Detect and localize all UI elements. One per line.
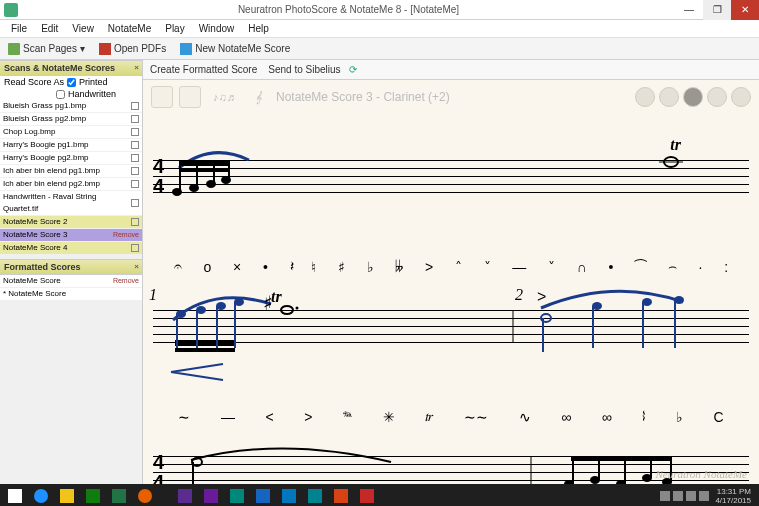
taskbar-ie[interactable] xyxy=(29,486,53,506)
taskbar-app1[interactable] xyxy=(173,486,197,506)
taskbar-app4[interactable] xyxy=(251,486,275,506)
printed-checkbox[interactable] xyxy=(67,78,76,87)
score-canvas[interactable]: ♪♫♬ 𝄞 NotateMe Score 3 - Clarinet (+2) t… xyxy=(143,80,759,484)
start-button[interactable] xyxy=(3,486,27,506)
scan-pages-button[interactable]: Scan Pages▾ xyxy=(4,42,89,56)
menu-notateme[interactable]: NotateMe xyxy=(101,23,158,34)
symbol-item[interactable]: : xyxy=(724,259,728,275)
symbol-item[interactable]: ♭ xyxy=(676,409,683,425)
file-row[interactable]: Ich aber bin elend pg1.bmp xyxy=(0,165,142,178)
new-score-button[interactable]: New NotateMe Score xyxy=(176,42,294,56)
symbol-item[interactable]: 𝄐 xyxy=(174,258,182,275)
tool-circle-4[interactable] xyxy=(707,87,727,107)
file-row[interactable]: Harry's Boogie pg1.bmp xyxy=(0,139,142,152)
tray-icon-2[interactable] xyxy=(673,491,683,501)
file-row[interactable]: NotateMe Score 2 xyxy=(0,216,142,229)
menu-file[interactable]: File xyxy=(4,23,34,34)
symbol-item[interactable]: — xyxy=(512,259,526,275)
symbol-item[interactable]: ˅ xyxy=(548,259,555,275)
symbol-item[interactable]: ⌢ xyxy=(668,258,677,275)
symbol-item[interactable]: • xyxy=(263,259,268,275)
symbol-item[interactable]: > xyxy=(425,259,433,275)
menu-window[interactable]: Window xyxy=(192,23,242,34)
symbol-item[interactable]: ⁀ xyxy=(635,259,646,275)
undo-button[interactable] xyxy=(151,86,173,108)
file-row[interactable]: Ich aber bin elend pg2.bmp xyxy=(0,178,142,191)
panel2-close-icon[interactable]: × xyxy=(134,262,139,271)
symbol-item[interactable]: 𝄫 xyxy=(395,258,403,275)
symbol-item[interactable]: < xyxy=(266,409,274,425)
symbol-item[interactable]: o xyxy=(204,259,212,275)
menu-help[interactable]: Help xyxy=(241,23,276,34)
tool-circle-2[interactable] xyxy=(659,87,679,107)
open-pdfs-button[interactable]: Open PDFs xyxy=(95,42,170,56)
symbol-item[interactable]: ∼∼ xyxy=(464,409,488,425)
redo-button[interactable] xyxy=(179,86,201,108)
symbol-item[interactable]: ♯ xyxy=(338,259,345,275)
tool-circle-5[interactable] xyxy=(731,87,751,107)
file-row[interactable]: Handwritten - Raval String Quartet.tif xyxy=(0,191,142,216)
file-row[interactable]: Chop Log.bmp xyxy=(0,126,142,139)
close-button[interactable]: ✕ xyxy=(731,0,759,20)
formatted-row[interactable]: * NotateMe Score xyxy=(0,288,142,301)
taskbar-app7[interactable] xyxy=(329,486,353,506)
taskbar-app3[interactable] xyxy=(225,486,249,506)
tray-icon-3[interactable] xyxy=(686,491,696,501)
open-pdfs-label: Open PDFs xyxy=(114,43,166,54)
symbol-item[interactable]: ✳ xyxy=(383,409,395,425)
file-row[interactable]: Blueish Grass pg2.bmp xyxy=(0,113,142,126)
symbol-item[interactable]: C xyxy=(714,409,724,425)
sidebar: Scans & NotateMe Scores× Read Score As P… xyxy=(0,60,143,484)
handwritten-checkbox[interactable] xyxy=(56,90,65,99)
taskbar-excel[interactable] xyxy=(107,486,131,506)
send-sibelius-button[interactable]: Send to Sibelius xyxy=(265,64,340,75)
tray-icon-4[interactable] xyxy=(699,491,709,501)
symbol-item[interactable]: ∿ xyxy=(519,409,531,425)
symbol-item[interactable]: × xyxy=(233,259,241,275)
symbol-item[interactable]: ˄ xyxy=(455,259,462,275)
symbol-item[interactable]: 𝄔 xyxy=(642,408,645,425)
menu-view[interactable]: View xyxy=(65,23,101,34)
symbol-item[interactable]: > xyxy=(304,409,312,425)
minimize-button[interactable]: — xyxy=(675,0,703,20)
symbol-palette-1[interactable]: 𝄐o×•𝄽♮♯♭𝄫>˄˅—˅∩•⁀⌢·: xyxy=(163,258,739,275)
symbol-item[interactable]: · xyxy=(699,259,703,275)
taskbar-store[interactable] xyxy=(81,486,105,506)
file-row[interactable]: NotateMe Score 4 xyxy=(0,242,142,255)
refresh-button[interactable]: ⟳ xyxy=(349,64,357,75)
taskbar-firefox[interactable] xyxy=(133,486,157,506)
symbol-item[interactable]: ∞ xyxy=(561,409,571,425)
symbol-item[interactable]: 𝆮 xyxy=(343,408,352,425)
menu-edit[interactable]: Edit xyxy=(34,23,65,34)
sidebar-panel1-header[interactable]: Scans & NotateMe Scores× xyxy=(0,60,142,76)
symbol-palette-2[interactable]: ∼—<>𝆮✳𝆖∼∼∿∞∞𝄔♭C xyxy=(163,408,739,425)
symbol-item[interactable]: ˅ xyxy=(484,259,491,275)
panel-close-icon[interactable]: × xyxy=(134,63,139,72)
sidebar-panel2-header[interactable]: Formatted Scores× xyxy=(0,259,142,275)
file-row[interactable]: NotateMe Score 3Remove xyxy=(0,229,142,242)
symbol-item[interactable]: ♭ xyxy=(367,259,374,275)
system-tray[interactable]: 13:31 PM 4/17/2015 xyxy=(660,487,757,505)
taskbar-app6[interactable] xyxy=(303,486,327,506)
create-formatted-button[interactable]: Create Formatted Score xyxy=(147,64,257,75)
symbol-item[interactable]: ♮ xyxy=(311,259,316,275)
symbol-item[interactable]: ∞ xyxy=(602,409,612,425)
tray-icon-1[interactable] xyxy=(660,491,670,501)
maximize-button[interactable]: ❐ xyxy=(703,0,731,20)
file-row[interactable]: Harry's Boogie pg2.bmp xyxy=(0,152,142,165)
menu-play[interactable]: Play xyxy=(158,23,191,34)
symbol-item[interactable]: • xyxy=(609,259,614,275)
clock[interactable]: 13:31 PM 4/17/2015 xyxy=(715,487,751,505)
symbol-item[interactable]: ∼ xyxy=(178,409,190,425)
taskbar-app2[interactable] xyxy=(199,486,223,506)
taskbar-app5[interactable] xyxy=(277,486,301,506)
tool-circle-1[interactable] xyxy=(635,87,655,107)
file-row[interactable]: Blueish Grass pg1.bmp xyxy=(0,100,142,113)
taskbar-explorer[interactable] xyxy=(55,486,79,506)
taskbar-app8[interactable] xyxy=(355,486,379,506)
symbol-item[interactable]: — xyxy=(221,409,235,425)
formatted-row[interactable]: NotateMe ScoreRemove xyxy=(0,275,142,288)
symbol-item[interactable]: ∩ xyxy=(577,259,587,275)
tool-circle-3[interactable] xyxy=(683,87,703,107)
symbol-item[interactable]: 𝆖 xyxy=(425,408,433,425)
